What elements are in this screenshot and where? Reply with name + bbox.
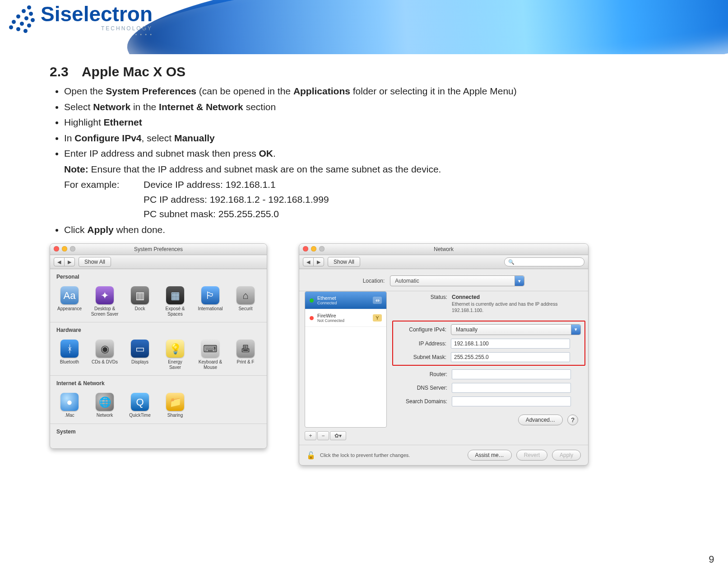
international-icon: 🏳 bbox=[201, 286, 219, 304]
location-value: Automatic bbox=[395, 278, 419, 284]
pref-quicktime[interactable]: QQuickTime bbox=[122, 390, 158, 419]
desktop-icon: ✦ bbox=[96, 286, 114, 304]
show-all-button[interactable]: Show All bbox=[79, 257, 111, 267]
pref-energy[interactable]: 💡Energy Saver bbox=[158, 337, 193, 371]
lock-row: 🔓 Click the lock to prevent further chan… bbox=[299, 445, 588, 465]
pref-bluetooth[interactable]: ᚼBluetooth bbox=[52, 337, 87, 371]
ip-address-label: IP Address: bbox=[393, 340, 446, 347]
cd-dvd-icon: ◉ bbox=[96, 340, 114, 358]
section-heading: 2.3 Apple Mac X OS bbox=[50, 64, 682, 79]
dns-server-input[interactable] bbox=[452, 383, 571, 393]
pref-keyboard[interactable]: ⌨Keyboard & Mouse bbox=[193, 337, 228, 371]
ip-address-input[interactable]: 192.168.1.100 bbox=[451, 339, 570, 349]
minimize-icon[interactable] bbox=[311, 246, 316, 252]
quicktime-icon: Q bbox=[131, 393, 149, 411]
sysprefs-titlebar: System Preferences bbox=[50, 244, 267, 255]
expose-icon: ▦ bbox=[166, 286, 184, 304]
location-label: Location: bbox=[363, 278, 385, 284]
pref-desktop[interactable]: ✦Desktop & Screen Saver bbox=[87, 284, 122, 317]
system-preferences-window: System Preferences ◀ ▶ Show All Personal… bbox=[50, 243, 267, 449]
search-input[interactable]: 🔍 bbox=[504, 257, 584, 266]
interface-details: Status: Connected Ethernet is currently … bbox=[391, 291, 589, 445]
section-system: System bbox=[50, 424, 267, 437]
subnet-mask-input[interactable]: 255.255.255.0 bbox=[451, 352, 570, 362]
location-dropdown[interactable]: Automatic ▾ bbox=[390, 275, 524, 286]
nav-back-forward[interactable]: ◀ ▶ bbox=[303, 257, 324, 266]
configure-ipv4-dropdown[interactable]: Manually ▾ bbox=[451, 324, 581, 335]
add-interface-button[interactable]: + bbox=[305, 431, 316, 440]
pref-expose[interactable]: ▦Exposé & Spaces bbox=[158, 284, 193, 317]
network-titlebar: Network bbox=[299, 244, 588, 255]
energy-saver-icon: 💡 bbox=[166, 340, 184, 358]
appearance-icon: Aa bbox=[60, 286, 79, 304]
pref-sharing[interactable]: 📁Sharing bbox=[158, 390, 193, 419]
content-area: 2.3 Apple Mac X OS Open the System Prefe… bbox=[0, 54, 713, 484]
dot-mac-icon: ● bbox=[60, 393, 79, 411]
step-6: Click Apply when done. bbox=[64, 223, 682, 238]
example-line-1: Device IP address: 192.168.1.1 bbox=[144, 177, 329, 192]
pref-displays[interactable]: ▭Displays bbox=[122, 337, 158, 371]
close-icon[interactable] bbox=[303, 246, 308, 252]
show-all-button[interactable]: Show All bbox=[328, 257, 360, 267]
example-label: For example: bbox=[64, 177, 123, 222]
banner-shine bbox=[115, 0, 728, 54]
pref-network[interactable]: 🌐Network bbox=[87, 390, 122, 419]
minimize-icon[interactable] bbox=[62, 246, 67, 252]
revert-button[interactable]: Revert bbox=[516, 450, 547, 461]
step-3: Highlight Ethernet bbox=[64, 115, 682, 130]
apply-button[interactable]: Apply bbox=[552, 450, 581, 461]
network-title: Network bbox=[434, 246, 454, 252]
pref-cds[interactable]: ◉CDs & DVDs bbox=[87, 337, 122, 371]
search-domains-input[interactable] bbox=[452, 396, 571, 406]
configure-ipv4-label: Configure IPv4: bbox=[393, 326, 446, 333]
status-dot-icon bbox=[310, 298, 314, 303]
interface-firewire[interactable]: FireWire Not Connected Y bbox=[305, 309, 386, 327]
forward-icon[interactable]: ▶ bbox=[313, 258, 324, 266]
step-2: Select Network in the Internet & Network… bbox=[64, 100, 682, 115]
dock-icon: ▥ bbox=[131, 286, 149, 304]
close-icon[interactable] bbox=[54, 246, 59, 252]
sysprefs-toolbar: ◀ ▶ Show All bbox=[50, 255, 267, 269]
chevron-down-icon: ▾ bbox=[515, 276, 524, 286]
steps-list: Open the System Preferences (can be open… bbox=[64, 84, 682, 237]
network-preferences-window: Network ◀ ▶ Show All 🔍 Location: Automat… bbox=[299, 243, 589, 466]
pref-appearance[interactable]: AaAppearance bbox=[52, 284, 87, 317]
sharing-icon: 📁 bbox=[166, 393, 184, 411]
section-number: 2.3 bbox=[50, 64, 69, 79]
advanced-button[interactable]: Advanced… bbox=[518, 415, 563, 425]
zoom-icon[interactable] bbox=[319, 246, 325, 252]
back-icon[interactable]: ◀ bbox=[54, 258, 64, 266]
window-traffic-lights[interactable] bbox=[54, 246, 75, 252]
search-icon: 🔍 bbox=[508, 259, 515, 265]
lock-icon[interactable]: 🔓 bbox=[306, 451, 315, 460]
highlighted-config-box: Configure IPv4: Manually ▾ IP Address: bbox=[392, 321, 585, 366]
pref-mac[interactable]: ●.Mac bbox=[52, 390, 87, 419]
firewire-plug-icon: Y bbox=[373, 314, 382, 321]
step-4: In Configure IPv4, select Manually bbox=[64, 131, 682, 146]
pref-security[interactable]: ⌂Securit bbox=[228, 284, 263, 317]
nav-back-forward[interactable]: ◀ ▶ bbox=[54, 257, 75, 266]
assist-me-button[interactable]: Assist me… bbox=[468, 450, 512, 461]
back-icon[interactable]: ◀ bbox=[303, 258, 313, 266]
help-button[interactable]: ? bbox=[567, 415, 578, 425]
interface-actions-button[interactable]: ✿▾ bbox=[330, 431, 346, 440]
interface-ethernet[interactable]: Ethernet Connected ⇔ bbox=[305, 292, 386, 309]
keyboard-mouse-icon: ⌨ bbox=[201, 340, 219, 358]
forward-icon[interactable]: ▶ bbox=[64, 258, 74, 266]
step-5: Enter IP address and subnet mask then pr… bbox=[64, 146, 682, 222]
window-traffic-lights[interactable] bbox=[303, 246, 325, 252]
status-label: Status: bbox=[394, 294, 447, 300]
pref-print[interactable]: 🖶Print & F bbox=[228, 337, 263, 371]
chevron-down-icon: ▾ bbox=[571, 325, 580, 335]
dns-server-label: DNS Server: bbox=[394, 385, 447, 391]
logo-dots-icon bbox=[5, 5, 36, 36]
remove-interface-button[interactable]: − bbox=[317, 431, 329, 440]
location-row: Location: Automatic ▾ bbox=[299, 269, 588, 291]
status-dot-icon bbox=[310, 316, 314, 320]
pref-international[interactable]: 🏳International bbox=[193, 284, 228, 317]
zoom-icon[interactable] bbox=[70, 246, 75, 252]
pref-dock[interactable]: ▥Dock bbox=[122, 284, 158, 317]
router-input[interactable] bbox=[452, 369, 571, 379]
example-line-3: PC subnet mask: 255.255.255.0 bbox=[144, 207, 329, 222]
subnet-mask-label: Subnet Mask: bbox=[393, 354, 446, 360]
